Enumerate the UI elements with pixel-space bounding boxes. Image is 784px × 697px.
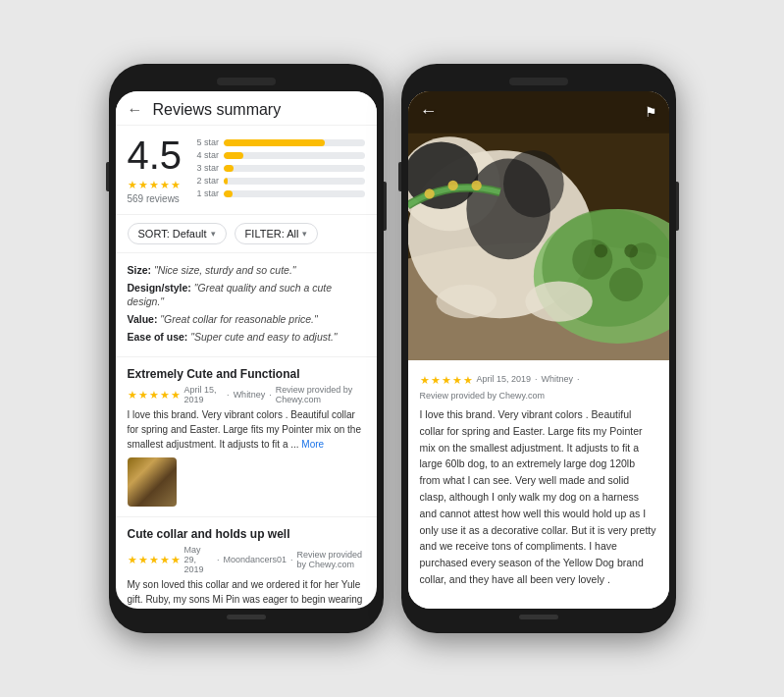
sort-label: SORT: Default [138,228,207,240]
right-screen: ← ⚑ ★ ★ ★ ★ ★ April 15, 2019 [408,91,669,609]
left-screen: ← Reviews summary 4.5 ★ ★ ★ ★ ★ [116,91,377,609]
bar-fill-1 [224,190,233,197]
svg-point-17 [525,282,593,322]
svg-point-6 [503,150,564,218]
detail-sep2: · [577,374,580,384]
photo-back-button[interactable]: ← [420,101,438,122]
d-star-5: ★ [463,374,473,387]
right-phone: ← ⚑ ★ ★ ★ ★ ★ April 15, 2019 [401,64,676,633]
rating-section: 4.5 ★ ★ ★ ★ ★ 569 reviews 5 star [116,126,377,214]
detail-date: April 15, 2019 [477,374,532,384]
bar-row-2: 2 star [193,176,364,186]
svg-point-16 [624,244,638,258]
r1-star-3: ★ [149,389,159,402]
sort-arrow-icon: ▾ [211,229,216,239]
left-phone: ← Reviews summary 4.5 ★ ★ ★ ★ ★ [109,64,384,633]
phone-notch [217,78,276,85]
filter-arrow-icon: ▾ [302,229,307,239]
review-card-1: Extremely Cute and Functional ★ ★ ★ ★ ★ … [116,357,377,517]
photo-background [408,91,669,360]
bar-row-4: 4 star [193,150,364,160]
highlight-value-quote: "Great collar for reasonable price." [160,313,317,325]
top-bar: ← Reviews summary [116,91,377,126]
review-1-source: Review provided by Chewy.com [276,385,365,404]
detail-text: I love this brand. Very vibrant colors .… [420,406,657,588]
review-1-title: Extremely Cute and Functional [128,367,365,381]
photo-top-bar: ← ⚑ [408,91,669,132]
detail-stars: ★ ★ ★ ★ ★ [420,374,473,387]
bar-label-4: 4 star [193,150,219,160]
detail-author: Whitney [542,374,574,384]
highlight-ease: Ease of use: "Super cute and easy to adj… [128,330,365,345]
review-2-date: May 29, 2019 [184,545,214,574]
r2-star-5: ★ [171,554,181,566]
bar-track-5 [224,139,364,146]
highlight-value: Value: "Great collar for reasonable pric… [128,312,365,327]
r1-star-2: ★ [138,389,148,402]
dog-photo-svg [408,91,669,360]
highlight-size-label: Size: [128,264,152,276]
filter-label: FILTER: All [245,228,299,240]
back-button[interactable]: ← [128,101,143,119]
r2-star-1: ★ [128,554,137,566]
review-2-title: Cute collar and holds up well [128,527,365,541]
review-2-meta: ★ ★ ★ ★ ★ May 29, 2019 · Moondancers01 ·… [128,545,365,574]
review-2-author: Moondancers01 [224,555,287,564]
review-count: 569 reviews [128,193,180,204]
bar-row-5: 5 star [193,137,364,147]
review-1-sep2: · [269,390,272,400]
svg-point-9 [471,181,481,190]
bar-track-4 [224,152,364,159]
highlight-size: Size: "Nice size, sturdy and so cute." [128,263,365,278]
bar-track-1 [224,190,364,197]
review-2-sep: · [217,555,220,564]
review-card-2: Cute collar and holds up well ★ ★ ★ ★ ★ … [116,517,377,609]
rating-number: 4.5 [128,135,183,175]
review-1-text: I love this brand. Very vibrant colors .… [128,407,365,452]
svg-point-7 [424,188,434,198]
bar-row-3: 3 star [193,163,364,173]
r2-star-3: ★ [149,554,159,566]
bar-fill-2 [224,178,228,185]
review-2-stars: ★ ★ ★ ★ ★ [128,554,181,566]
svg-point-8 [447,181,457,190]
highlight-design: Design/style: "Great quality and such a … [128,281,365,309]
review-detail: ★ ★ ★ ★ ★ April 15, 2019 · Whitney · Rev… [408,360,669,609]
bar-fill-3 [224,165,234,172]
r1-star-5: ★ [171,389,181,402]
bar-fill-5 [224,139,325,146]
bar-label-1: 1 star [193,188,219,198]
bar-fill-4 [224,152,243,159]
highlight-design-label: Design/style: [128,282,191,294]
r1-star-4: ★ [160,389,170,402]
d-star-4: ★ [452,374,462,387]
detail-meta: ★ ★ ★ ★ ★ April 15, 2019 · Whitney · Rev… [420,370,657,401]
svg-point-12 [572,240,612,280]
star-3: ★ [149,179,159,191]
big-rating: 4.5 ★ ★ ★ ★ ★ 569 reviews [128,135,183,204]
right-screen-content: ← ⚑ ★ ★ ★ ★ ★ April 15, 2019 [408,91,669,609]
detail-source: Review provided by Chewy.com [420,391,545,401]
r1-star-1: ★ [128,389,137,402]
review-1-more[interactable]: More [301,439,324,450]
scene: ← Reviews summary 4.5 ★ ★ ★ ★ ★ [109,64,676,633]
photo-flag-button[interactable]: ⚑ [645,104,657,120]
review-2-text: My son loved this collar and we ordered … [128,577,365,609]
filter-row: SORT: Default ▾ FILTER: All ▾ [116,214,377,253]
r2-star-4: ★ [160,554,170,566]
review-1-thumb-image [128,457,177,507]
bar-label-5: 5 star [193,137,219,147]
review-1-thumbnail[interactable] [128,457,177,507]
d-star-2: ★ [431,374,441,387]
review-2-source: Review provided by Chewy.com [297,550,365,569]
sort-chip[interactable]: SORT: Default ▾ [128,223,227,244]
star-2: ★ [138,179,148,191]
right-phone-notch [509,78,568,85]
review-1-sep: · [227,390,230,400]
r2-star-2: ★ [138,554,148,566]
filter-chip[interactable]: FILTER: All ▾ [235,223,319,244]
bar-track-3 [224,165,364,172]
highlights-section: Size: "Nice size, sturdy and so cute." D… [116,253,377,357]
detail-sep: · [535,374,538,384]
review-1-meta: ★ ★ ★ ★ ★ April 15, 2019 · Whitney · Rev… [128,385,365,404]
